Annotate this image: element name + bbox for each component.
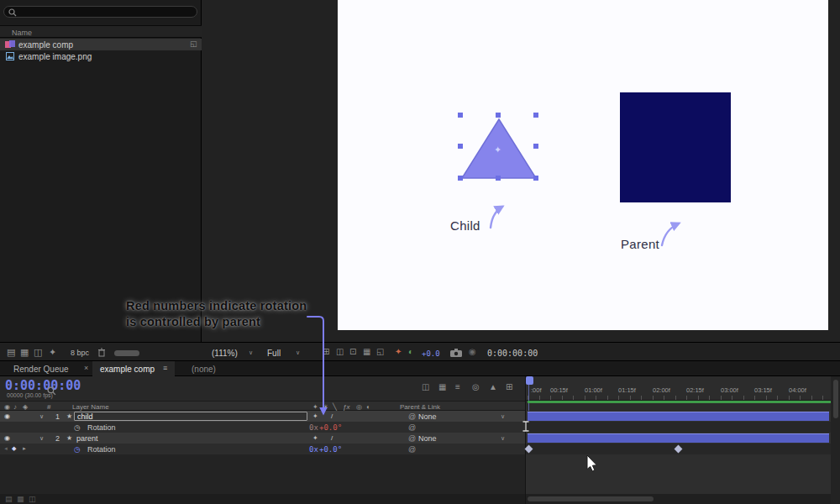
scrollbar-handle[interactable] — [528, 496, 654, 501]
selection-handle[interactable] — [458, 144, 463, 149]
keyframe-diamond[interactable] — [675, 445, 683, 454]
rotation-value-child[interactable]: +0.0° — [319, 423, 342, 432]
ruler-tick: :00f — [531, 386, 542, 394]
parent-square-shape[interactable] — [620, 92, 731, 202]
enable-motion-blur-icon[interactable]: ◎ — [472, 383, 480, 391]
transparency-grid-icon[interactable]: ▦ — [363, 348, 370, 356]
view-layout-icon[interactable]: ◱ — [376, 348, 384, 356]
ruler-tick: 00:15f — [550, 386, 568, 394]
layer-index: 2 — [55, 434, 60, 443]
stopwatch-icon[interactable]: ◷ — [74, 445, 81, 454]
new-folder-icon[interactable]: ◫ — [34, 348, 42, 357]
exposure-value[interactable]: +0.0 — [422, 349, 440, 358]
tab-render-queue[interactable]: Render Queue — [13, 365, 69, 374]
trash-icon[interactable] — [97, 348, 106, 357]
chevron-down-icon[interactable]: ∨ — [39, 435, 44, 442]
quality-switch-icon[interactable]: / — [331, 434, 333, 442]
expand-switches-pane-icon[interactable]: ▦ — [17, 496, 24, 503]
prev-keyframe-icon[interactable]: ◄ — [3, 446, 8, 451]
project-item-image[interactable]: example image.png — [0, 50, 202, 62]
parent-dropdown-parent[interactable]: None — [418, 434, 437, 443]
time-ruler[interactable]: :00f 00:15f 01:00f 01:15f 02:00f 02:15f … — [526, 376, 840, 401]
draft-3d-icon[interactable]: ▦ — [438, 383, 446, 391]
selection-handle[interactable] — [458, 113, 463, 118]
playhead-handle[interactable] — [526, 376, 533, 385]
project-flowchart-icon[interactable]: ▤ — [7, 348, 15, 357]
rotation-value-prefix[interactable]: 0x — [309, 423, 318, 432]
bit-depth-button[interactable]: 8 bpc — [71, 349, 89, 357]
project-item-comp[interactable]: example comp ◱ — [0, 39, 202, 50]
layer-duration-bar-parent[interactable] — [528, 433, 829, 443]
selection-handle[interactable] — [458, 176, 463, 181]
brainstorm-icon[interactable]: ⊞ — [506, 383, 512, 391]
shy-switch-icon[interactable]: ✦ — [312, 412, 318, 420]
property-row-child-rotation[interactable]: ◷ Rotation 0x +0.0° @ — [0, 422, 525, 433]
show-snapshot-icon[interactable]: ◉ — [469, 348, 476, 356]
footage-interpret-icon[interactable]: ▦ — [20, 348, 29, 357]
quality-switch-icon[interactable]: / — [331, 412, 333, 420]
new-composition-icon[interactable]: ✦ — [49, 348, 56, 357]
eye-icon[interactable]: ◉ — [4, 434, 10, 442]
current-time-display[interactable]: 0:00:00:00 — [5, 378, 81, 393]
region-of-interest-icon[interactable]: ⊡ — [349, 348, 356, 356]
layer-name-column-header[interactable]: Layer Name — [72, 403, 109, 411]
selection-handle[interactable] — [533, 113, 538, 118]
tab-example-comp[interactable]: example comp ≡ — [92, 361, 175, 376]
selection-handle[interactable] — [496, 176, 501, 181]
pickwhip-icon[interactable]: @ — [408, 434, 416, 443]
selection-handle[interactable] — [533, 176, 538, 181]
expand-layer-pane-icon[interactable]: ▤ — [5, 496, 13, 503]
expand-inout-pane-icon[interactable]: ◫ — [29, 496, 36, 503]
timeline-search-icon[interactable] — [47, 386, 56, 396]
keyframe-toggle-icon[interactable]: ◆ — [12, 445, 16, 452]
snapshot-camera-icon[interactable] — [450, 349, 462, 357]
anchor-point-icon: ✦ — [494, 144, 501, 155]
layer-row-child[interactable]: ◉ ∨ 1 ★ child ✦ / @ None ∨ — [0, 411, 525, 422]
grid-guides-icon[interactable]: ⊞ — [323, 348, 329, 356]
color-management-icon[interactable]: ✦ — [395, 348, 402, 356]
composition-mini-flowchart-icon[interactable]: ◫ — [422, 383, 429, 391]
close-icon[interactable]: × — [84, 365, 88, 372]
eye-icon[interactable]: ◉ — [4, 412, 10, 420]
proxy-toggle[interactable] — [114, 350, 139, 356]
layer-duration-bar-child[interactable] — [528, 412, 829, 421]
parent-dropdown-child[interactable]: None — [418, 412, 437, 421]
pickwhip-icon[interactable]: @ — [408, 445, 416, 454]
graph-editor-icon[interactable]: ▲ — [489, 383, 497, 391]
stopwatch-icon[interactable]: ◷ — [74, 423, 81, 432]
property-row-parent-rotation[interactable]: ◄ ◆ ► ◷ Rotation 0x +0.0° @ — [0, 444, 525, 454]
vertical-scrollbar[interactable] — [831, 376, 840, 504]
horizontal-scrollbar[interactable] — [526, 494, 831, 504]
rotation-value-prefix[interactable]: 0x — [309, 445, 318, 454]
next-keyframe-icon[interactable]: ► — [22, 446, 27, 451]
layer-row-parent[interactable]: ◉ ∨ 2 ★ parent ✦ / @ None ∨ — [0, 433, 525, 444]
pickwhip-icon[interactable]: @ — [408, 423, 416, 432]
chevron-down-icon[interactable]: ∨ — [39, 413, 44, 420]
parent-link-column-header[interactable]: Parent & Link — [400, 403, 440, 411]
shy-switch-icon[interactable]: ✦ — [312, 434, 318, 442]
ruler-tick: 03:00f — [721, 386, 738, 394]
layer-name-child[interactable]: child — [74, 412, 307, 421]
resolution-dropdown[interactable]: Full — [267, 349, 281, 358]
hide-shy-layers-icon[interactable]: ≡ — [455, 383, 460, 391]
exposure-reset-icon[interactable]: ◐ — [408, 348, 413, 356]
layer-name-parent[interactable]: parent — [76, 434, 98, 443]
mask-visibility-icon[interactable]: ◫ — [336, 348, 344, 356]
keyframe-diamond[interactable] — [525, 445, 533, 454]
scrollbar-handle[interactable] — [833, 380, 838, 418]
name-column-header: Name — [12, 29, 32, 37]
rotation-value-parent[interactable]: +0.0° — [319, 445, 342, 454]
property-name[interactable]: Rotation — [87, 445, 116, 454]
project-search-input[interactable] — [3, 6, 197, 18]
panel-tab-bar: Render Queue × example comp ≡ (none) — [0, 361, 840, 376]
selection-handle[interactable] — [496, 113, 501, 118]
selection-handle[interactable] — [533, 144, 538, 149]
zoom-dropdown[interactable]: (111%) — [212, 349, 238, 358]
composition-view[interactable]: ✦ Child Parent — [338, 0, 828, 330]
lock-icon: ◈ — [23, 403, 28, 411]
footage-icon — [6, 52, 14, 60]
tab-label: example comp — [100, 365, 155, 374]
property-name[interactable]: Rotation — [87, 423, 116, 432]
pickwhip-icon[interactable]: @ — [408, 412, 416, 421]
menu-icon[interactable]: ≡ — [163, 365, 167, 372]
